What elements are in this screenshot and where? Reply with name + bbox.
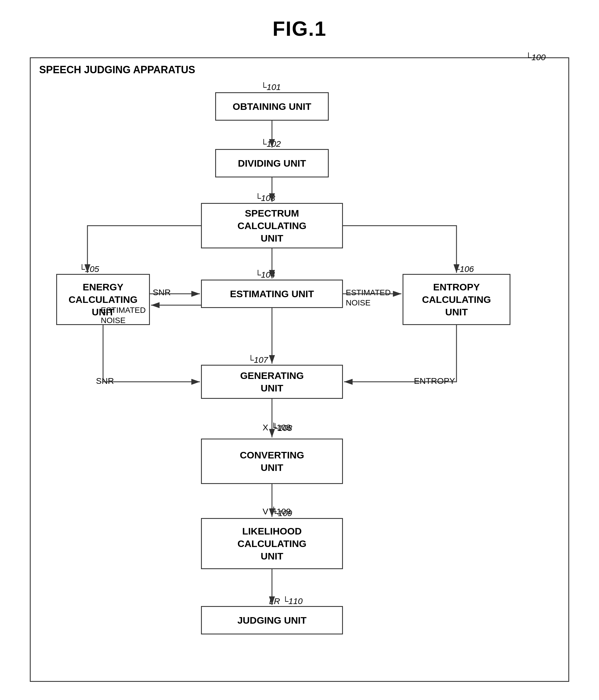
snr-label-1: SNR (153, 288, 171, 297)
block-entropy: ENTROPY CALCULATING UNIT (403, 274, 510, 325)
block-dividing: DIVIDING UNIT (215, 149, 329, 177)
ref-110: LR └110 (269, 596, 303, 606)
ref-102: └102 (260, 139, 281, 149)
ref-100: └100 (525, 52, 546, 62)
v-label: V └109 (263, 507, 291, 516)
block-converting: CONVERTING UNIT (201, 439, 343, 484)
page-title: FIG.1 (273, 17, 326, 40)
outer-container: └100 SPEECH JUDGING APPARATUS OBTAINING … (30, 57, 569, 682)
block-spectrum: SPECTRUM CALCULATING UNIT (201, 203, 343, 248)
estimated-noise-label-1: ESTIMATED NOISE (101, 305, 146, 326)
x-label: X └108 (263, 423, 291, 432)
block-obtaining: OBTAINING UNIT (215, 92, 329, 121)
block-generating: GENERATING UNIT (201, 365, 343, 399)
entropy-label: ENTROPY (414, 376, 455, 386)
block-estimating: ESTIMATING UNIT (201, 280, 343, 308)
snr-label-2: SNR (96, 376, 114, 386)
block-likelihood: LIKELIHOOD CALCULATING UNIT (201, 518, 343, 569)
ref-107: └107 (248, 355, 268, 365)
ref-103: └103 (255, 193, 275, 203)
ref-106: └106 (454, 264, 474, 274)
block-judging: JUDGING UNIT (201, 606, 343, 634)
ref-101: └101 (260, 82, 281, 92)
ref-105: └105 (79, 264, 99, 274)
apparatus-label: SPEECH JUDGING APPARATUS (39, 64, 195, 76)
estimated-noise-label-2: ESTIMATED NOISE (346, 288, 391, 308)
ref-104: └104 (255, 270, 275, 280)
